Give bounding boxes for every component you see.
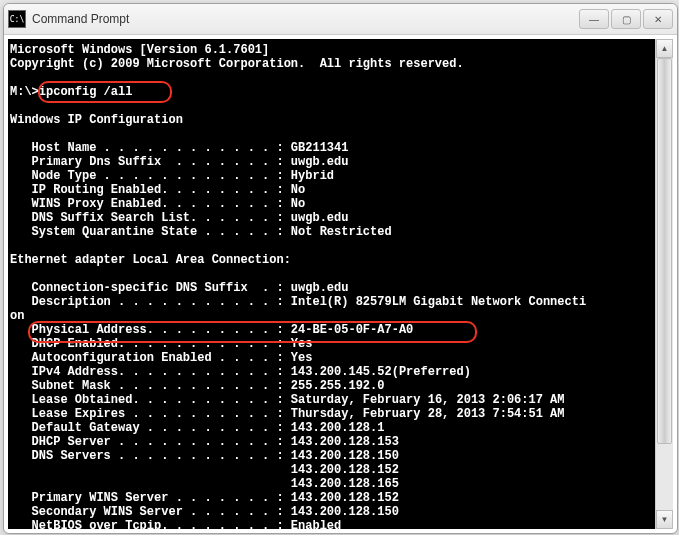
dns-servers-value-3: 143.200.128.165 — [291, 477, 399, 491]
dhcp-server-label: DHCP Server . . . . . . . . . . . : — [10, 435, 291, 449]
system-quarantine-value: Not Restricted — [291, 225, 392, 239]
header-line-2: Copyright (c) 2009 Microsoft Corporation… — [10, 57, 464, 71]
dns-search-list-label: DNS Suffix Search List. . . . . . : — [10, 211, 291, 225]
window-controls: — ▢ ✕ — [579, 9, 673, 29]
vertical-scrollbar[interactable]: ▲ ▼ — [655, 39, 673, 529]
dns-servers-label: DNS Servers . . . . . . . . . . . : — [10, 449, 291, 463]
wins-proxy-value: No — [291, 197, 305, 211]
minimize-button[interactable]: — — [579, 9, 609, 29]
scroll-thumb[interactable] — [657, 58, 672, 444]
ipv4-address-label: IPv4 Address. . . . . . . . . . . : — [10, 365, 291, 379]
primary-wins-value: 143.200.128.152 — [291, 491, 399, 505]
primary-dns-suffix-label: Primary Dns Suffix . . . . . . . : — [10, 155, 291, 169]
dns-servers-value-2: 143.200.128.152 — [291, 463, 399, 477]
host-name-value: GB211341 — [291, 141, 349, 155]
subnet-mask-value: 255.255.192.0 — [291, 379, 385, 393]
section-heading-ethernet: Ethernet adapter Local Area Connection: — [10, 253, 291, 267]
host-name-label: Host Name . . . . . . . . . . . . : — [10, 141, 291, 155]
primary-wins-label: Primary WINS Server . . . . . . . : — [10, 491, 291, 505]
node-type-value: Hybrid — [291, 169, 334, 183]
netbios-tcpip-label: NetBIOS over Tcpip. . . . . . . . : — [10, 519, 291, 529]
ipv4-address-value: 143.200.145.52(Preferred) — [291, 365, 471, 379]
lease-expires-label: Lease Expires . . . . . . . . . . : — [10, 407, 291, 421]
connection-dns-suffix-label: Connection-specific DNS Suffix . : — [10, 281, 291, 295]
autoconfig-enabled-label: Autoconfiguration Enabled . . . . : — [10, 351, 291, 365]
terminal-container: Microsoft Windows [Version 6.1.7601]Copy… — [8, 39, 673, 529]
wins-proxy-label: WINS Proxy Enabled. . . . . . . . : — [10, 197, 291, 211]
connection-dns-suffix-value: uwgb.edu — [291, 281, 349, 295]
cmd-icon: C:\ — [8, 10, 26, 28]
close-button[interactable]: ✕ — [643, 9, 673, 29]
default-gateway-value: 143.200.128.1 — [291, 421, 385, 435]
default-gateway-label: Default Gateway . . . . . . . . . : — [10, 421, 291, 435]
lease-obtained-value: Saturday, February 16, 2013 2:06:17 AM — [291, 393, 565, 407]
prompt: M:\> — [10, 85, 39, 99]
node-type-label: Node Type . . . . . . . . . . . . : — [10, 169, 291, 183]
secondary-wins-value: 143.200.128.150 — [291, 505, 399, 519]
window-title: Command Prompt — [32, 12, 579, 26]
scroll-down-button[interactable]: ▼ — [656, 510, 673, 529]
command-prompt-window: C:\ Command Prompt — ▢ ✕ Microsoft Windo… — [3, 3, 678, 534]
description-wrap: on — [10, 309, 24, 323]
system-quarantine-label: System Quarantine State . . . . . : — [10, 225, 291, 239]
lease-obtained-label: Lease Obtained. . . . . . . . . . : — [10, 393, 291, 407]
subnet-mask-label: Subnet Mask . . . . . . . . . . . : — [10, 379, 291, 393]
lease-expires-value: Thursday, February 28, 2013 7:54:51 AM — [291, 407, 565, 421]
dns-servers-value-1: 143.200.128.150 — [291, 449, 399, 463]
section-heading-ipcfg: Windows IP Configuration — [10, 113, 183, 127]
primary-dns-suffix-value: uwgb.edu — [291, 155, 349, 169]
terminal-output[interactable]: Microsoft Windows [Version 6.1.7601]Copy… — [8, 39, 673, 529]
physical-address-label: Physical Address. . . . . . . . . : — [10, 323, 291, 337]
scroll-track[interactable] — [656, 58, 673, 510]
header-line-1: Microsoft Windows [Version 6.1.7601] — [10, 43, 269, 57]
dhcp-server-value: 143.200.128.153 — [291, 435, 399, 449]
description-value: Intel(R) 82579LM Gigabit Network Connect… — [291, 295, 586, 309]
ip-routing-label: IP Routing Enabled. . . . . . . . : — [10, 183, 291, 197]
scroll-up-button[interactable]: ▲ — [656, 39, 673, 58]
dhcp-enabled-value: Yes — [291, 337, 313, 351]
description-label: Description . . . . . . . . . . . : — [10, 295, 291, 309]
physical-address-value: 24-BE-05-0F-A7-A0 — [291, 323, 413, 337]
dhcp-enabled-label: DHCP Enabled. . . . . . . . . . . : — [10, 337, 291, 351]
ip-routing-value: No — [291, 183, 305, 197]
autoconfig-enabled-value: Yes — [291, 351, 313, 365]
maximize-button[interactable]: ▢ — [611, 9, 641, 29]
titlebar[interactable]: C:\ Command Prompt — ▢ ✕ — [4, 4, 677, 35]
secondary-wins-label: Secondary WINS Server . . . . . . : — [10, 505, 291, 519]
input-command: ipconfig /all — [39, 85, 133, 99]
dns-search-list-value: uwgb.edu — [291, 211, 349, 225]
netbios-tcpip-value: Enabled — [291, 519, 341, 529]
